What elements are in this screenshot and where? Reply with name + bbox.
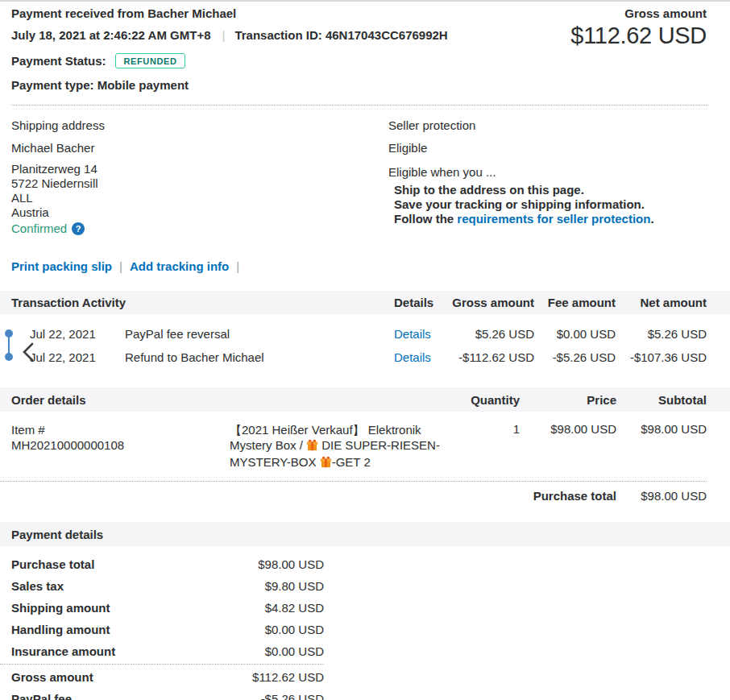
payment-divider <box>0 664 324 665</box>
table-row: Purchase total $98.00 USD <box>11 553 324 575</box>
order-details-title: Order details <box>11 393 467 407</box>
payment-details-rows: Purchase total $98.00 USD Sales tax $9.8… <box>11 546 324 700</box>
item-price: $98.00 USD <box>520 422 616 471</box>
order-details-header: Order details Quantity Price Subtotal <box>0 387 730 412</box>
payment-status-label: Payment Status: <box>11 54 106 68</box>
item-title: 【2021 Heißer Verkauf】 Elektronik Mystery… <box>230 422 467 471</box>
payment-row-label: Sales tax <box>11 578 64 594</box>
purchase-total-value: $98.00 USD <box>616 489 707 503</box>
help-icon[interactable]: ? <box>72 222 85 235</box>
recipient-name: Michael Bacher <box>11 141 388 155</box>
item-number-label: Item # <box>11 422 230 437</box>
address-line: Austria <box>11 205 388 220</box>
payment-row-value: -$5.26 USD <box>261 691 324 700</box>
payment-row-label: Shipping amount <box>11 600 110 615</box>
activity-gross: -$112.62 USD <box>444 350 534 364</box>
column-header-subtotal: Subtotal <box>616 393 707 407</box>
payment-row-label: Gross amount <box>11 669 93 685</box>
table-row: Gross amount $112.62 USD <box>11 666 324 688</box>
address-confirmed-label: Confirmed <box>11 222 67 235</box>
payment-details-header: Payment details <box>0 522 730 546</box>
payment-row-value: $98.00 USD <box>258 557 324 572</box>
activity-net: -$107.36 USD <box>616 350 707 364</box>
table-row: Handling amount $0.00 USD <box>11 619 324 640</box>
details-link[interactable]: Details <box>394 350 431 364</box>
action-links: Print packing slip | Add tracking info | <box>0 235 730 273</box>
address-line: Planitzerweg 14 <box>11 162 388 176</box>
seller-protection-subtitle: Eligible when you ... <box>388 165 707 179</box>
table-row: Sales tax $9.80 USD <box>11 575 324 597</box>
payment-row-value: $112.62 USD <box>252 669 324 685</box>
gift-icon <box>320 456 332 471</box>
item-subtotal: $98.00 USD <box>616 422 707 471</box>
payment-row-label: Purchase total <box>11 557 94 572</box>
timeline-dot <box>5 353 13 361</box>
seller-protection-status: Eligible <box>388 141 707 155</box>
table-row: PayPal fee -$5.26 USD <box>11 688 324 700</box>
item-title-text: -GET 2 <box>332 455 371 469</box>
page-title: Payment received from Bacher Michael <box>11 6 529 20</box>
payment-row-label: PayPal fee <box>11 691 72 700</box>
activity-fee: -$5.26 USD <box>534 350 616 364</box>
payment-row-label: Handling amount <box>11 622 110 637</box>
payment-row-value: $0.00 USD <box>265 622 324 637</box>
payment-row-value: $4.82 USD <box>265 600 324 615</box>
chevron-left-icon <box>21 342 35 365</box>
payment-details-title: Payment details <box>11 528 707 541</box>
seller-protection-requirements-link[interactable]: requirements for seller protection <box>457 212 650 226</box>
activity-date: Jul 22, 2021 <box>30 327 125 341</box>
activity-date: Jul 22, 2021 <box>30 350 125 364</box>
table-row: Insurance amount $0.00 USD <box>11 640 324 662</box>
activity-description: Refund to Bacher Michael <box>125 350 394 364</box>
payment-type: Payment type: Mobile payment <box>11 78 529 92</box>
payment-row-value: $0.00 USD <box>265 644 324 659</box>
column-header-price: Price <box>520 393 616 407</box>
transaction-activity-title: Transaction Activity <box>11 296 394 309</box>
seller-protection-title: Seller protection <box>388 118 707 132</box>
follow-prefix: Follow the <box>394 212 457 226</box>
transaction-activity-header: Transaction Activity Details Gross amoun… <box>0 291 730 314</box>
link-separator: | <box>119 259 122 273</box>
protection-requirement: Save your tracking or shipping informati… <box>388 197 707 212</box>
protection-requirement: Ship to the address on this page. <box>388 183 707 197</box>
print-packing-slip-link[interactable]: Print packing slip <box>11 259 112 273</box>
follow-suffix: . <box>650 212 653 226</box>
activity-fee: $0.00 USD <box>534 327 616 341</box>
column-header-details: Details <box>394 296 444 309</box>
item-number: MH20210000000108 <box>11 437 230 453</box>
activity-net: $5.26 USD <box>616 327 707 341</box>
status-badge: REFUNDED <box>115 53 186 68</box>
table-row: Shipping amount $4.82 USD <box>11 597 324 619</box>
gross-amount-value: $112.62 USD <box>529 23 707 49</box>
table-row: Jul 22, 2021 Refund to Bacher Michael De… <box>11 346 707 369</box>
link-separator: | <box>236 259 239 273</box>
shipping-address-title: Shipping address <box>11 118 388 132</box>
transaction-date: July 18, 2021 at 2:46:22 AM GMT+8 <box>11 28 210 42</box>
vertical-separator: | <box>222 28 225 42</box>
column-header-fee: Fee amount <box>534 296 616 309</box>
protection-requirement: Follow the requirements for seller prote… <box>388 212 707 226</box>
activity-gross: $5.26 USD <box>444 327 534 341</box>
item-quantity: 1 <box>467 422 520 471</box>
address-line: ALL <box>11 191 388 205</box>
order-item-row: Item # MH20210000000108 【2021 Heißer Ver… <box>0 412 730 471</box>
payment-row-label: Insurance amount <box>11 644 115 659</box>
add-tracking-info-link[interactable]: Add tracking info <box>130 259 229 273</box>
details-link[interactable]: Details <box>394 327 431 341</box>
column-header-gross: Gross amount <box>444 296 534 309</box>
transaction-activity-rows: Jul 22, 2021 PayPal fee reversal Details… <box>0 314 730 375</box>
shipping-address-section: Shipping address Michael Bacher Planitze… <box>11 118 388 235</box>
column-header-net: Net amount <box>616 296 707 309</box>
seller-protection-section: Seller protection Eligible Eligible when… <box>388 118 707 235</box>
gross-amount-label: Gross amount <box>529 6 707 20</box>
transaction-header: Payment received from Bacher Michael Jul… <box>0 2 730 105</box>
gift-icon <box>306 439 318 454</box>
address-line: 5722 Niedernsill <box>11 176 388 191</box>
purchase-total-label: Purchase total <box>520 489 616 503</box>
purchase-total-row: Purchase total $98.00 USD <box>0 482 730 512</box>
payment-row-value: $9.80 USD <box>265 578 324 594</box>
column-header-quantity: Quantity <box>467 393 520 407</box>
timeline-dot <box>5 329 13 338</box>
transaction-id: Transaction ID: 46N17043CC676992H <box>234 28 447 42</box>
table-row: Jul 22, 2021 PayPal fee reversal Details… <box>11 322 707 346</box>
